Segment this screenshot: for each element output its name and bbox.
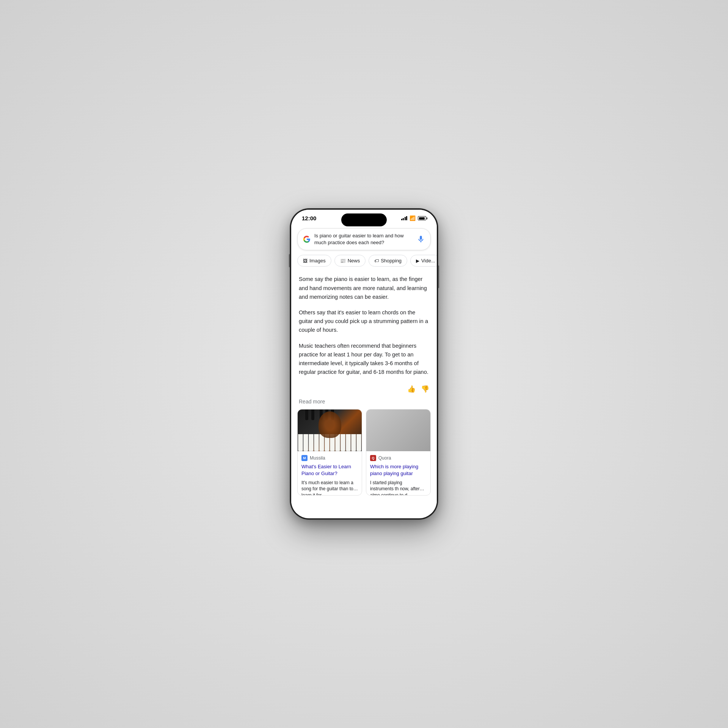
card-quora-source: Q Quora [366, 451, 430, 463]
tab-videos-label: Vide... [421, 258, 435, 264]
card-quora[interactable]: Q Quora Which is more playing piano play… [366, 409, 431, 496]
signal-icon [401, 216, 408, 220]
mussila-source-name: Mussila [310, 455, 325, 461]
dynamic-island [341, 213, 387, 226]
answer-section: Some say the piano is easier to learn, a… [291, 271, 437, 377]
news-icon: 📰 [340, 258, 346, 264]
feedback-row: 👍 👎 [291, 383, 437, 397]
tab-shopping[interactable]: 🏷 Shopping [369, 255, 407, 267]
guitar-silhouette [318, 411, 341, 438]
answer-paragraph-1: Some say the piano is easier to learn, a… [299, 275, 429, 301]
search-query-text: Is piano or guitar easier to learn and h… [314, 232, 414, 246]
mic-icon[interactable] [417, 235, 425, 243]
card-mussila[interactable]: M Mussila What's Easier to Learn Piano o… [297, 409, 362, 496]
screen-content: Is piano or guitar easier to learn and h… [291, 224, 437, 513]
tab-shopping-label: Shopping [381, 258, 402, 264]
answer-paragraph-3: Music teachers often recommend that begi… [299, 342, 429, 377]
card-quora-snippet: I started playing instruments th now, af… [366, 480, 430, 496]
thumbs-down-button[interactable]: 👎 [421, 385, 429, 393]
tab-images[interactable]: 🖼 Images [297, 255, 331, 267]
wifi-icon: 📶 [410, 215, 416, 221]
tab-news-label: News [348, 258, 360, 264]
images-icon: 🖼 [303, 258, 308, 264]
battery-icon [418, 216, 426, 220]
read-more-link[interactable]: Read more [291, 397, 437, 409]
shopping-icon: 🏷 [374, 258, 379, 264]
card-quora-title: Which is more playing piano playing guit… [366, 463, 430, 479]
scene: 12:00 📶 [0, 0, 728, 728]
status-time: 12:00 [302, 215, 316, 221]
filter-tabs: 🖼 Images 📰 News 🏷 Shopping ▶ Vide... [291, 255, 437, 271]
answer-paragraph-2: Others say that it's easier to learn cho… [299, 308, 429, 335]
card-mussila-title: What's Easier to Learn Piano or Guitar? [298, 463, 362, 479]
thumbs-up-button[interactable]: 👍 [407, 385, 416, 393]
quora-logo: Q [370, 455, 376, 461]
status-bar: 12:00 📶 [291, 210, 437, 224]
card-quora-image [366, 410, 430, 451]
status-icons: 📶 [401, 215, 427, 221]
mussila-logo: M [301, 455, 308, 461]
card-mussila-image [298, 410, 362, 451]
cards-row: M Mussila What's Easier to Learn Piano o… [291, 409, 437, 496]
card-mussila-source: M Mussila [298, 451, 362, 463]
quora-source-name: Quora [378, 455, 391, 461]
card-mussila-snippet: It's much easier to learn a song for the… [298, 480, 362, 496]
tab-news[interactable]: 📰 News [334, 255, 366, 267]
google-logo [303, 235, 311, 243]
phone-shell: 12:00 📶 [290, 209, 438, 519]
video-icon: ▶ [416, 258, 419, 264]
tab-images-label: Images [309, 258, 326, 264]
search-bar[interactable]: Is piano or guitar easier to learn and h… [297, 228, 431, 250]
tab-videos[interactable]: ▶ Vide... [410, 255, 437, 267]
phone-screen: 12:00 📶 [291, 210, 437, 518]
